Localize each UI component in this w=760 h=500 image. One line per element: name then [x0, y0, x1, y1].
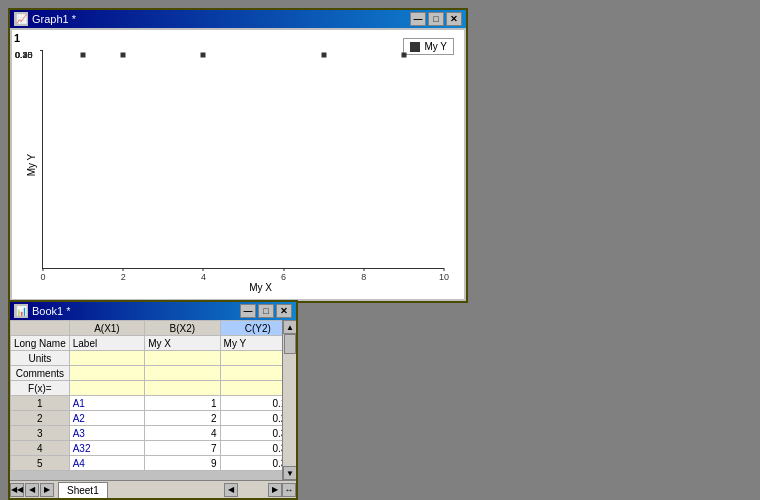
- x-tickline-4: [203, 268, 204, 271]
- cell-4-b[interactable]: 7: [145, 441, 220, 456]
- scroll-thumb[interactable]: [284, 334, 296, 354]
- meta-label-longname: Long Name: [11, 336, 70, 351]
- book-minimize-button[interactable]: —: [240, 304, 256, 318]
- graph-window-icon: 📈: [14, 12, 28, 26]
- h-scroll-area: [114, 483, 224, 497]
- h-scroll-left[interactable]: ◀: [224, 483, 238, 497]
- graph-window-buttons: — □ ✕: [410, 12, 462, 26]
- book-window: 📊 Book1 * — □ ✕ A(X1) B(X2) C(Y2): [8, 300, 298, 500]
- row-num-2: 2: [11, 411, 70, 426]
- sheet-tab-sheet1[interactable]: Sheet1: [58, 482, 108, 498]
- meta-row-units: Units: [11, 351, 296, 366]
- y-axis-label: My Y: [26, 153, 37, 176]
- titlebar-left: 📈 Graph1 *: [14, 12, 76, 26]
- graph-content: 1 My Y My Y My X 0.40 0.35 0.30 0.25 0.2…: [12, 30, 464, 299]
- book-window-icon: 📊: [14, 304, 28, 318]
- x-tick-2: 2: [121, 272, 126, 282]
- tab-nav-arrows: ◀◀ ◀ ▶: [10, 483, 54, 497]
- cell-4-a[interactable]: A32: [69, 441, 144, 456]
- x-tickline-0: [43, 268, 44, 271]
- x-tickline-10: [444, 268, 445, 271]
- row-num-4: 4: [11, 441, 70, 456]
- corner-header: [11, 321, 70, 336]
- cell-3-b[interactable]: 4: [145, 426, 220, 441]
- x-tick-6: 6: [281, 272, 286, 282]
- scroll-down-button[interactable]: ▼: [283, 466, 296, 480]
- book-restore-button[interactable]: □: [258, 304, 274, 318]
- y-tick-015: 0.15: [15, 50, 33, 60]
- data-row-1: 1 A1 1 0.17: [11, 396, 296, 411]
- graph-close-button[interactable]: ✕: [446, 12, 462, 26]
- meta-val-fx-b[interactable]: [145, 381, 220, 396]
- x-tick-10: 10: [439, 272, 449, 282]
- cell-1-a[interactable]: A1: [69, 396, 144, 411]
- graph-titlebar[interactable]: 📈 Graph1 * — □ ✕: [10, 10, 466, 28]
- book-close-button[interactable]: ✕: [276, 304, 292, 318]
- x-tick-0: 0: [40, 272, 45, 282]
- book-content: A(X1) B(X2) C(Y2) Long Name Label My X M…: [10, 320, 296, 498]
- graph-maximize-button[interactable]: □: [428, 12, 444, 26]
- cell-5-b[interactable]: 9: [145, 456, 220, 471]
- scroll-track: [283, 334, 296, 466]
- data-row-4: 4 A32 7 0.36: [11, 441, 296, 456]
- tab-nav-prev[interactable]: ◀: [25, 483, 39, 497]
- x-tickline-8: [363, 268, 364, 271]
- meta-row-longname: Long Name Label My X My Y: [11, 336, 296, 351]
- cell-1-b[interactable]: 1: [145, 396, 220, 411]
- book-title: Book1 *: [32, 305, 71, 317]
- meta-row-comments: Comments: [11, 366, 296, 381]
- cell-2-a[interactable]: A2: [69, 411, 144, 426]
- row-num-1: 1: [11, 396, 70, 411]
- data-point-a3: [201, 53, 206, 58]
- graph-window: 📈 Graph1 * — □ ✕ 1 My Y My Y My X 0.40 0…: [8, 8, 468, 303]
- x-tickline-6: [283, 268, 284, 271]
- graph-title: Graph1 *: [32, 13, 76, 25]
- spreadsheet-table: A(X1) B(X2) C(Y2) Long Name Label My X M…: [10, 320, 296, 471]
- meta-val-units-b[interactable]: [145, 351, 220, 366]
- meta-label-fx: F(x)=: [11, 381, 70, 396]
- x-tick-4: 4: [201, 272, 206, 282]
- book-titlebar[interactable]: 📊 Book1 * — □ ✕: [10, 302, 296, 320]
- meta-val-longname-b[interactable]: My X: [145, 336, 220, 351]
- tab-nav-first[interactable]: ◀◀: [10, 483, 24, 497]
- h-scroll-track: [238, 483, 268, 497]
- cell-5-a[interactable]: A4: [69, 456, 144, 471]
- x-axis-label: My X: [249, 282, 272, 293]
- meta-val-comments-b[interactable]: [145, 366, 220, 381]
- vertical-scrollbar[interactable]: ▲ ▼: [282, 320, 296, 480]
- meta-val-fx-a[interactable]: [69, 381, 144, 396]
- graph-plot-area: 0.40 0.35 0.30 0.25 0.20 0.15 0 2 4 6 8: [42, 50, 444, 269]
- scroll-up-button[interactable]: ▲: [283, 320, 296, 334]
- data-point-a2: [121, 53, 126, 58]
- data-row-3: 3 A3 4 0.34: [11, 426, 296, 441]
- h-scroll-right[interactable]: ▶: [268, 483, 282, 497]
- book-titlebar-left: 📊 Book1 *: [14, 304, 71, 318]
- data-point-a1: [81, 53, 86, 58]
- tab-nav-next[interactable]: ▶: [40, 483, 54, 497]
- meta-val-comments-a[interactable]: [69, 366, 144, 381]
- h-scroll-resize[interactable]: ↔: [282, 483, 296, 497]
- data-point-a32: [321, 53, 326, 58]
- x-tickline-2: [123, 268, 124, 271]
- col-header-b[interactable]: B(X2): [145, 321, 220, 336]
- meta-val-longname-a[interactable]: Label: [69, 336, 144, 351]
- meta-label-comments: Comments: [11, 366, 70, 381]
- x-tick-8: 8: [361, 272, 366, 282]
- graph-page-number: 1: [14, 32, 20, 44]
- cell-2-b[interactable]: 2: [145, 411, 220, 426]
- row-num-3: 3: [11, 426, 70, 441]
- col-header-a[interactable]: A(X1): [69, 321, 144, 336]
- sheet-bottom: ◀◀ ◀ ▶ Sheet1 ◀ ▶ ↔: [10, 480, 296, 498]
- y-tickline-015: [40, 50, 43, 51]
- meta-val-units-a[interactable]: [69, 351, 144, 366]
- meta-label-units: Units: [11, 351, 70, 366]
- book-window-buttons: — □ ✕: [240, 304, 292, 318]
- graph-minimize-button[interactable]: —: [410, 12, 426, 26]
- data-row-2: 2 A2 2 0.29: [11, 411, 296, 426]
- data-row-5: 5 A4 9 0.38: [11, 456, 296, 471]
- cell-3-a[interactable]: A3: [69, 426, 144, 441]
- row-num-5: 5: [11, 456, 70, 471]
- data-point-a4: [401, 53, 406, 58]
- meta-row-fx: F(x)=: [11, 381, 296, 396]
